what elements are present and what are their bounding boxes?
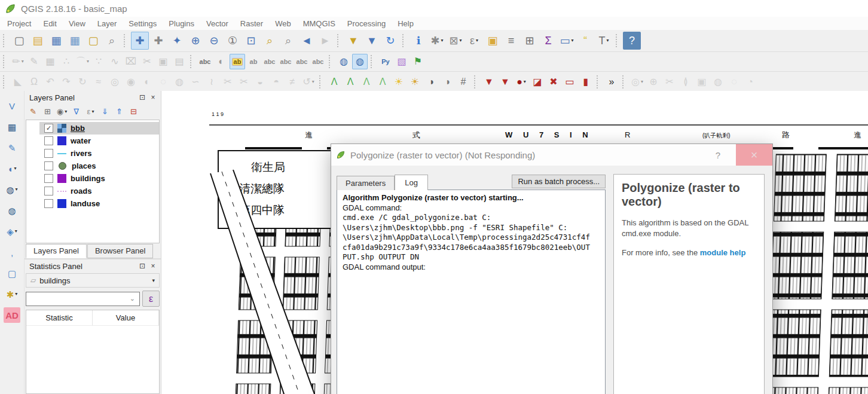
field-calculator-button[interactable]: ⊞ bbox=[521, 32, 539, 50]
full-histogram-stretch-button[interactable]: Λ bbox=[343, 74, 358, 90]
add-wms-layer-button[interactable]: ◍ bbox=[4, 203, 20, 218]
zoom-to-selection-button[interactable]: ⌕ bbox=[261, 32, 279, 50]
statistical-summary-button[interactable]: Σ bbox=[539, 32, 557, 50]
delete-x-button[interactable]: ✖ bbox=[546, 74, 561, 90]
decrease-contrast-button[interactable]: ◑ bbox=[439, 74, 455, 90]
new-shapefile-layer-button[interactable]: ▢ bbox=[4, 265, 20, 281]
menu-vector[interactable]: Vector bbox=[200, 18, 234, 29]
expand-all-button[interactable]: ⇓ bbox=[99, 105, 111, 118]
layer-row-bbb[interactable]: ✓bbb bbox=[39, 122, 159, 135]
label-abc-button[interactable]: abc bbox=[197, 54, 213, 69]
tab-log[interactable]: Log bbox=[395, 175, 428, 190]
toolbar-handle[interactable] bbox=[190, 55, 195, 68]
layer-checkbox[interactable] bbox=[44, 136, 53, 145]
red-paint-blob-button[interactable]: ●▾ bbox=[514, 74, 529, 90]
module-help-link[interactable]: module help bbox=[700, 248, 746, 257]
measure-button[interactable]: ▭▾ bbox=[558, 32, 576, 50]
add-raster-layer-button[interactable]: ▦ bbox=[4, 119, 20, 135]
menu-processing[interactable]: Processing bbox=[341, 18, 392, 29]
toolbar-handle[interactable] bbox=[319, 75, 325, 88]
close-panel-icon[interactable]: × bbox=[148, 93, 158, 102]
select-features-button[interactable]: ⊠▾ bbox=[447, 32, 464, 50]
refresh-map-button[interactable]: ↻ bbox=[381, 32, 399, 50]
layer-checkbox[interactable] bbox=[44, 149, 53, 158]
manage-layer-visibility-button[interactable]: ◉▾ bbox=[56, 105, 68, 118]
zoom-to-layer-button[interactable]: ⌕ bbox=[279, 32, 297, 50]
run-as-batch-button[interactable]: Run as batch process... bbox=[512, 175, 606, 188]
menu-web[interactable]: Web bbox=[269, 18, 297, 29]
open-layer-styling-button[interactable]: ✎ bbox=[27, 105, 39, 118]
toolbar-handle[interactable] bbox=[329, 55, 334, 68]
zoom-out-button[interactable]: ⊖ bbox=[205, 32, 223, 50]
comment-box-button[interactable]: ▭ bbox=[562, 74, 577, 90]
toolbar-handle[interactable] bbox=[337, 34, 343, 47]
python-console-button[interactable]: Py bbox=[378, 54, 393, 69]
add-delimited-text-layer-button[interactable]: ✎ bbox=[4, 140, 20, 155]
layer-row-rivers[interactable]: rivers bbox=[39, 147, 159, 160]
red-binder-button[interactable]: ▮ bbox=[578, 74, 594, 90]
layer-checkbox[interactable]: ✓ bbox=[44, 124, 53, 133]
run-feature-action-button[interactable]: ✱▾ bbox=[428, 32, 446, 50]
red-pin-wave-button[interactable]: ▼ bbox=[481, 74, 497, 90]
globe-search-button[interactable]: ◍ bbox=[352, 54, 368, 69]
new-temporary-scratch-layer-button[interactable]: ✱▾ bbox=[4, 286, 20, 302]
float-panel-icon[interactable]: ⊡ bbox=[137, 261, 148, 271]
menu-mmqgis[interactable]: MMQGIS bbox=[297, 18, 341, 29]
dock-tab-layers-panel[interactable]: Layers Panel bbox=[26, 244, 87, 258]
menu-view[interactable]: View bbox=[63, 18, 91, 29]
label-move-button[interactable]: abc bbox=[278, 54, 294, 69]
close-panel-icon[interactable]: × bbox=[148, 261, 158, 271]
new-bookmark-button[interactable]: ▼ bbox=[344, 32, 362, 50]
statistics-layer-selector[interactable]: ▱ buildings ▾ bbox=[26, 273, 160, 288]
screen-capture-button[interactable]: ▧ bbox=[394, 54, 409, 69]
log-output[interactable]: Algorithm Polygonize (raster to vector) … bbox=[337, 190, 606, 394]
increase-brightness-button[interactable]: ☀ bbox=[391, 74, 407, 90]
zoom-in-button[interactable]: ⊕ bbox=[187, 32, 204, 50]
label-pin-unpin-button[interactable]: ab bbox=[246, 54, 261, 69]
expression-button[interactable]: ε bbox=[142, 291, 160, 307]
new-project-button[interactable]: ▢ bbox=[10, 32, 28, 50]
add-spatialite-layer-button[interactable]: ◍▾ bbox=[4, 182, 20, 197]
add-wfs-layer-button[interactable]: ◈▾ bbox=[4, 224, 20, 239]
layer-labeling-button[interactable]: ab bbox=[230, 54, 245, 69]
menu-edit[interactable]: Edit bbox=[37, 18, 62, 29]
show-bookmarks-button[interactable]: ▼ bbox=[363, 32, 381, 50]
map-tips-button[interactable]: “ bbox=[576, 32, 594, 50]
filter-by-expression-button[interactable]: ε▾ bbox=[84, 105, 97, 118]
toolbar-handle[interactable] bbox=[622, 75, 628, 88]
touch-zoom-pan-button[interactable]: ✚ bbox=[131, 32, 149, 50]
layer-row-places[interactable]: places bbox=[39, 160, 159, 172]
open-project-button[interactable]: ▤ bbox=[29, 32, 47, 50]
tab-parameters[interactable]: Parameters bbox=[337, 176, 395, 190]
add-delimited-layer-button[interactable]: , bbox=[4, 245, 20, 260]
zoom-native-resolution-button[interactable]: ① bbox=[224, 32, 242, 50]
remove-layer-button[interactable]: ⊟ bbox=[127, 105, 140, 118]
layer-row-buildings[interactable]: buildings bbox=[39, 172, 159, 185]
raster-grid-button[interactable]: # bbox=[456, 74, 471, 90]
menu-layer[interactable]: Layer bbox=[91, 18, 123, 29]
toolbar-handle[interactable] bbox=[3, 34, 8, 47]
increase-contrast-button[interactable]: ◑ bbox=[423, 74, 439, 90]
menu-project[interactable]: Project bbox=[1, 18, 37, 29]
label-rotate-button[interactable]: abc bbox=[294, 54, 310, 69]
layer-checkbox[interactable] bbox=[44, 187, 53, 196]
toolbar-handle[interactable] bbox=[402, 34, 408, 47]
eraser-button[interactable]: ◪ bbox=[530, 74, 545, 90]
float-panel-icon[interactable]: ⊡ bbox=[137, 93, 148, 102]
select-by-expression-button[interactable]: ε▾ bbox=[465, 32, 483, 50]
add-postgis-layer-button[interactable]: ◖▾ bbox=[4, 161, 20, 176]
toolbar-handle[interactable] bbox=[124, 34, 129, 47]
dock-tab-browser-panel[interactable]: Browser Panel bbox=[87, 244, 154, 258]
deselect-all-button[interactable]: ▣ bbox=[484, 32, 502, 50]
toolbar-overflow-button[interactable]: » bbox=[604, 74, 619, 90]
menu-raster[interactable]: Raster bbox=[234, 18, 269, 29]
menu-plugins[interactable]: Plugins bbox=[163, 18, 200, 29]
dialog-titlebar[interactable]: Polygonize (raster to vector) (Not Respo… bbox=[331, 144, 772, 166]
save-project-button[interactable]: ▦ bbox=[47, 32, 65, 50]
red-pin-line-button[interactable]: ▼ bbox=[497, 74, 513, 90]
text-annotation-button[interactable]: T▾ bbox=[595, 32, 613, 50]
layer-row-water[interactable]: water bbox=[39, 135, 159, 147]
layer-checkbox[interactable] bbox=[44, 199, 53, 208]
toolbar-handle[interactable] bbox=[3, 55, 8, 68]
label-change-properties-button[interactable]: abc bbox=[310, 54, 326, 69]
